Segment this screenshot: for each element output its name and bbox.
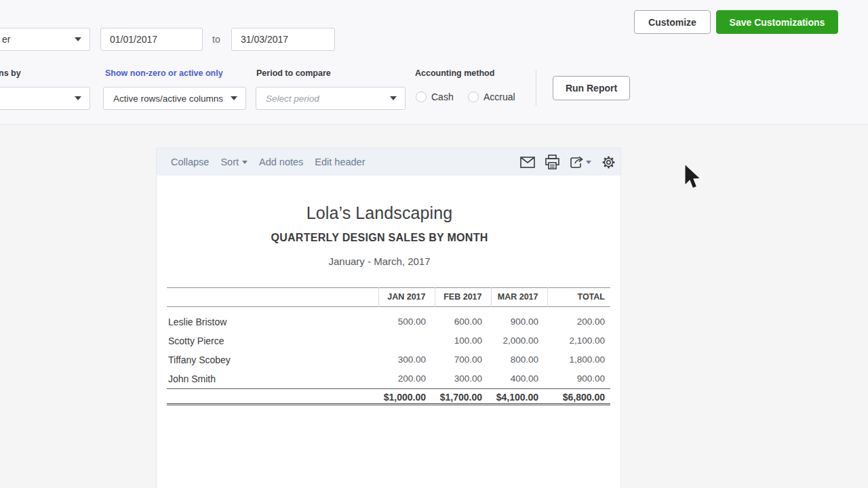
radio-circle (416, 92, 427, 102)
date-from-value: 01/01/2017 (110, 34, 157, 45)
report-card: Collapse Sort Add notes Edit header (156, 148, 621, 488)
row-name: John Smith (167, 369, 378, 389)
total-cell: $1,700.00 (435, 389, 491, 405)
chevron-down-icon (586, 161, 591, 164)
select-period-dropdown[interactable]: Select period (256, 87, 406, 110)
cell: 2,100.00 (547, 331, 610, 350)
cash-radio[interactable]: Cash (416, 92, 454, 102)
row-name: Scotty Pierce (167, 331, 378, 350)
chevron-down-icon (231, 96, 237, 100)
edit-header-link[interactable]: Edit header (315, 157, 365, 167)
collapse-link[interactable]: Collapse (171, 157, 209, 167)
total-cell: $6,800.00 (547, 389, 610, 405)
sort-dropdown[interactable]: Sort (220, 157, 248, 167)
divider (536, 70, 536, 106)
add-notes-link[interactable]: Add notes (259, 157, 303, 167)
row-name: Leslie Bristow (167, 307, 378, 332)
chevron-down-icon (75, 96, 81, 100)
col-header-mar: MAR 2017 (491, 288, 547, 307)
cell: 500.00 (378, 307, 435, 332)
select-period-placeholder: Select period (266, 94, 319, 104)
col-header-name (167, 288, 378, 307)
cell: 600.00 (435, 307, 491, 332)
save-customizations-button[interactable]: Save Customizations (716, 10, 838, 34)
date-to-value: 31/03/2017 (241, 34, 288, 45)
accounting-method-label: Accounting method (415, 68, 494, 78)
cell: 900.00 (491, 307, 547, 332)
company-name: Lola’s Landscaping (157, 203, 602, 223)
col-header-total: TOTAL (547, 288, 610, 307)
print-icon[interactable] (545, 155, 560, 170)
cell: 300.00 (435, 369, 491, 389)
export-icon[interactable] (570, 155, 591, 169)
customize-button[interactable]: Customize (634, 10, 711, 34)
cell: 700.00 (435, 350, 491, 369)
cash-radio-label: Cash (431, 92, 454, 102)
date-range-to-label: to (212, 34, 220, 45)
cell: 2,000.00 (491, 331, 547, 350)
table-total-row: $1,000.00 $1,700.00 $4,100.00 $6,800.00 (167, 389, 610, 405)
table-row: Scotty Pierce 100.00 2,000.00 2,100.00 (167, 331, 610, 350)
total-cell: $4,100.00 (491, 389, 547, 405)
cell: 300.00 (378, 350, 435, 369)
cell: 400.00 (491, 369, 547, 389)
table-row: Tiffany Scobey 300.00 700.00 800.00 1,80… (167, 350, 610, 369)
date-to-input[interactable]: 31/03/2017 (231, 28, 335, 51)
columns-by-label: ns by (0, 68, 21, 78)
total-label (167, 389, 378, 405)
col-header-feb: FEB 2017 (435, 288, 491, 307)
mouse-cursor (684, 165, 702, 193)
table-row: John Smith 200.00 300.00 400.00 900.00 (167, 369, 610, 389)
chevron-down-icon (75, 37, 81, 41)
chevron-down-icon (390, 96, 397, 100)
date-from-input[interactable]: 01/01/2017 (100, 28, 203, 51)
cell: 200.00 (547, 307, 610, 332)
cell: 100.00 (435, 331, 491, 350)
mail-icon[interactable] (520, 157, 535, 168)
chevron-down-icon (242, 161, 248, 164)
show-nonzero-link[interactable]: Show non-zero or active only (105, 68, 223, 78)
report-table: JAN 2017 FEB 2017 MAR 2017 TOTAL Leslie … (167, 287, 610, 405)
total-cell: $1,000.00 (378, 389, 435, 405)
settings-icon[interactable] (601, 155, 616, 170)
col-header-jan: JAN 2017 (378, 288, 435, 307)
table-row: Leslie Bristow 500.00 600.00 900.00 200.… (167, 307, 610, 332)
period-to-compare-label: Period to compare (256, 68, 331, 78)
report-period-dropdown[interactable]: er (0, 28, 90, 51)
filter-bar: er 01/01/2017 to 31/03/2017 Customize Sa… (0, 0, 868, 125)
cell: 1,800.00 (547, 350, 610, 369)
run-report-button[interactable]: Run Report (553, 76, 630, 100)
report-title: QUARTERLY DESIGN SALES BY MONTH (157, 232, 602, 244)
cell: 800.00 (491, 350, 547, 369)
radio-circle (468, 92, 479, 102)
columns-by-dropdown[interactable] (0, 87, 90, 110)
cell: 200.00 (378, 369, 435, 389)
active-rows-value: Active rows/active columns (113, 94, 223, 104)
active-rows-dropdown[interactable]: Active rows/active columns (103, 87, 246, 110)
table-bottom-double-line (167, 403, 610, 405)
row-name: Tiffany Scobey (167, 350, 378, 369)
report-period-value: er (2, 34, 10, 45)
cell (378, 331, 435, 350)
report-period: January - March, 2017 (157, 256, 602, 267)
accrual-radio-label: Accrual (484, 92, 515, 102)
table-header-row: JAN 2017 FEB 2017 MAR 2017 TOTAL (167, 288, 610, 307)
cell: 900.00 (547, 369, 610, 389)
accrual-radio[interactable]: Accrual (468, 92, 515, 102)
report-toolbar: Collapse Sort Add notes Edit header (157, 148, 620, 176)
